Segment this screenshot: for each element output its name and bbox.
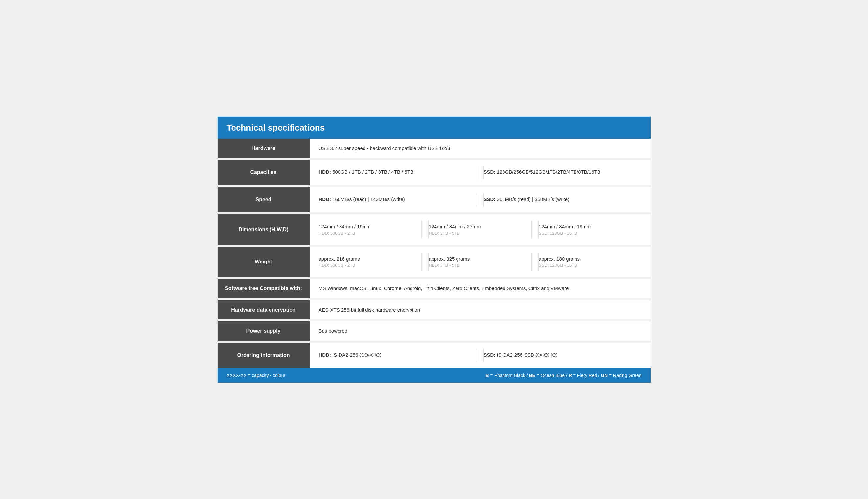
specs-table: HardwareUSB 3.2 super speed - backward c… (217, 139, 651, 368)
row-label: Weight (217, 247, 310, 277)
col-2: approx. 325 gramsHDD: 3TB - 5TB (429, 253, 532, 271)
col-2: SSD: 361MB/s (read) | 358MB/s (write) (484, 193, 642, 207)
footer-left: XXXX-XX = capacity - colour (227, 373, 286, 378)
row-label: Hardware (217, 139, 310, 158)
table-row: Power supplyBus powered (217, 321, 651, 343)
header: Technical specifications (217, 117, 651, 139)
row-value: HDD: IS-DA2-256-XXXX-XXSSD: IS-DA2-256-S… (310, 343, 651, 368)
table-row: CapacitiesHDD: 500GB / 1TB / 2TB / 3TB /… (217, 160, 651, 187)
col-2: 124mm / 84mm / 27mmHDD: 3TB - 5TB (429, 220, 532, 239)
col-1: HDD: 500GB / 1TB / 2TB / 3TB / 4TB / 5TB (319, 166, 477, 179)
table-row: Hardware data encryptionAES-XTS 256-bit … (217, 300, 651, 322)
row-value: 124mm / 84mm / 19mmHDD: 500GB - 2TB124mm… (310, 215, 651, 245)
col-3: approx. 180 gramsSSD: 128GB - 16TB (539, 253, 642, 271)
row-value: Bus powered (310, 321, 651, 341)
col-2: SSD: IS-DA2-256-SSD-XXXX-XX (484, 349, 642, 362)
row-value: HDD: 500GB / 1TB / 2TB / 3TB / 4TB / 5TB… (310, 160, 651, 185)
row-label: Power supply (217, 321, 310, 341)
col-1: 124mm / 84mm / 19mmHDD: 500GB - 2TB (319, 220, 422, 239)
row-label: Capacities (217, 160, 310, 185)
row-label: Hardware data encryption (217, 300, 310, 320)
footer-right: B = Phantom Black / BE = Ocean Blue / R … (486, 373, 642, 378)
row-label: Dimensions (H,W,D) (217, 215, 310, 245)
col-3: 124mm / 84mm / 19mmSSD: 128GB - 16TB (539, 220, 642, 239)
specs-container: Technical specifications HardwareUSB 3.2… (217, 117, 651, 383)
footer: XXXX-XX = capacity - colour B = Phantom … (217, 368, 651, 382)
table-row: Dimensions (H,W,D)124mm / 84mm / 19mmHDD… (217, 215, 651, 247)
col-1: HDD: 160MB/s (read) | 143MB/s (write) (319, 193, 477, 207)
col-2: SSD: 128GB/256GB/512GB/1TB/2TB/4TB/8TB/1… (484, 166, 642, 179)
row-label: Speed (217, 187, 310, 212)
row-label: Ordering information (217, 343, 310, 368)
row-value: MS Windows, macOS, Linux, Chrome, Androi… (310, 279, 651, 299)
row-value: USB 3.2 super speed - backward compatibl… (310, 139, 651, 158)
row-label: Software free Compatible with: (217, 279, 310, 299)
col-1: HDD: IS-DA2-256-XXXX-XX (319, 349, 477, 362)
col-1: approx. 216 gramsHDD: 500GB - 2TB (319, 253, 422, 271)
table-row: Software free Compatible with:MS Windows… (217, 279, 651, 300)
table-row: Ordering informationHDD: IS-DA2-256-XXXX… (217, 343, 651, 368)
table-row: SpeedHDD: 160MB/s (read) | 143MB/s (writ… (217, 187, 651, 215)
table-row: HardwareUSB 3.2 super speed - backward c… (217, 139, 651, 160)
table-row: Weightapprox. 216 gramsHDD: 500GB - 2TBa… (217, 247, 651, 279)
row-value: HDD: 160MB/s (read) | 143MB/s (write)SSD… (310, 187, 651, 212)
row-value: approx. 216 gramsHDD: 500GB - 2TBapprox.… (310, 247, 651, 277)
page-title: Technical specifications (227, 123, 642, 133)
row-value: AES-XTS 256-bit full disk hardware encry… (310, 300, 651, 320)
